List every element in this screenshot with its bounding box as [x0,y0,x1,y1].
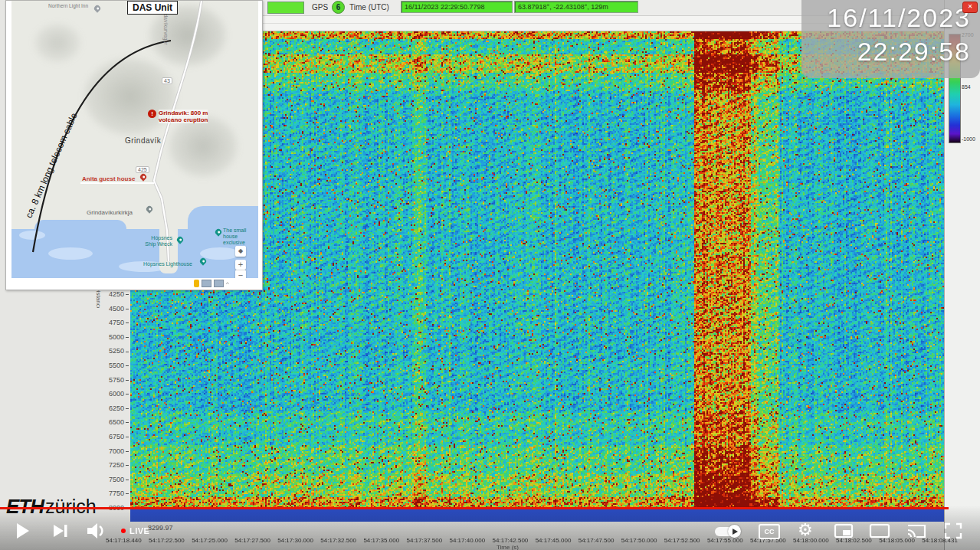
position-field: 63.87918°, -22.43108°, 129m [514,1,638,13]
collapse-caret-icon: ^ [226,280,229,287]
warning-line2: volcano eruption [159,116,208,123]
church-label: Grindavíkurkirkja [87,209,133,216]
tick-label: 54:17:27.500 [234,537,270,544]
x-axis-ticks: 54:17:18.44054:17:22.50054:17:25.00054:1… [106,537,958,544]
tick-label: 54:17:40.000 [450,537,486,544]
tick-label: 6250 [109,405,129,412]
datetime-field: 16/11/2023 22:29:50.7798 [401,1,513,13]
lighthouse-label: Hópsnes Lighthouse [143,261,192,267]
next-button[interactable] [52,523,70,539]
map-inset: DAS Unit ca. 8 km long telecom cable Gri… [5,0,263,290]
fullscreen-button[interactable] [944,522,962,539]
miniplayer-button[interactable] [834,523,854,539]
colorbar-min-label: -1000 [962,136,975,142]
tick-label: 5000 [109,334,129,341]
das-unit-label: DAS Unit [127,1,178,15]
close-icon: ✕ [962,2,978,13]
alert-icon: ! [148,110,156,118]
map-zoom-in-button: + [235,260,246,270]
volcano-warning-label: ! Grindavík: 800 m volcano eruption [148,110,208,123]
tick-label: 4500 [109,306,129,313]
map-navigation-button: ◆ [235,246,246,257]
x-axis-title: Time (s) [497,544,519,550]
tick-label: 54:17:22.500 [149,537,185,544]
town-label: Grindavík [125,136,161,145]
map-canvas: DAS Unit ca. 8 km long telecom cable Gri… [11,1,258,278]
tick-label: 5250 [109,348,129,355]
pegman-icon [194,280,199,287]
tick-label: 5500 [109,362,129,369]
road-shield-43: 43 [162,77,172,84]
play-button[interactable] [17,523,29,539]
shipwreck-label: Hópsnes Ship Wreck [133,235,172,247]
gps-label: GPS [312,3,328,11]
tick-label: 54:17:32.500 [320,537,356,544]
tick-label: 54:17:47.500 [578,537,615,544]
road-shield-425: 425 [136,166,149,173]
tick-label: 4250 [109,291,129,298]
time-utc-label: Time (UTC) [349,3,389,11]
y-axis-ticks: 4250450047505000525055005750600062506500… [92,291,129,512]
cast-button[interactable] [906,522,927,539]
overlay-date: 16/11/2023 [827,3,971,33]
tick-label: 54:17:37.500 [406,537,442,544]
volume-icon [87,523,97,539]
imagery-thumbnail-icon [202,280,211,287]
gear-icon: ⚙ [798,520,813,539]
tick-label: 54:17:50.000 [621,537,657,544]
autoplay-toggle[interactable] [715,527,739,536]
live-dot-icon [121,529,126,533]
tick-label: 54:17:30.000 [277,537,313,544]
map-zoom-out-button: − [235,270,246,278]
fullscreen-icon [946,524,961,538]
captions-button[interactable]: CC [759,524,780,539]
tick-label: 7250 [109,462,129,469]
tick-label: 7000 [109,448,129,455]
video-frame: Distance 4250450047505000525055005750600… [0,0,980,550]
live-label: LIVE [129,526,149,535]
map-poi-top-label: Northern Light Inn [48,3,96,8]
tick-label: 7500 [109,476,129,483]
autoplay-knob-icon [728,525,741,538]
tick-label: 6750 [109,434,129,440]
tick-label: 7750 [109,490,129,497]
tick-label: 6500 [109,419,129,426]
tick-label: 54:17:55.000 [707,537,743,544]
guesthouse-label: Anita guest house [82,175,135,182]
tick-label: 5750 [109,377,129,384]
gps-satellite-count-badge: 6 [332,1,345,14]
live-indicator[interactable]: LIVE [121,526,149,535]
colorbar-mid-label: 854 [962,84,971,90]
tick-label: 54:17:18.440 [106,537,142,544]
map-footer-icons: ^ [194,280,229,287]
clock-overlay: 16/11/2023 22:29:58 [801,0,980,78]
status-indicator-block [267,2,304,14]
volume-button[interactable] [86,522,107,539]
next-icon [54,525,64,537]
warning-line1: Grindavík: 800 m [159,110,208,116]
tick-label: 4750 [109,319,129,326]
tick-label: 54:17:42.500 [493,537,529,544]
theater-icon [870,525,889,537]
imagery-thumbnail-icon [214,280,224,287]
play-icon [17,523,29,539]
tick-label: 54:17:25.000 [192,537,228,544]
tick-label: 54:17:52.500 [664,537,700,544]
tick-label: 6000 [109,391,129,398]
tick-label: 54:17:35.000 [363,537,399,544]
map-poi-right-label: The small house exclusive [223,228,258,246]
overlay-time: 22:29:58 [857,37,971,67]
tick-label: 54:17:45.000 [536,537,572,544]
road-grindavikurvegur [154,1,202,261]
theater-mode-button[interactable] [869,523,890,539]
settings-button[interactable]: ⚙ [798,520,813,540]
